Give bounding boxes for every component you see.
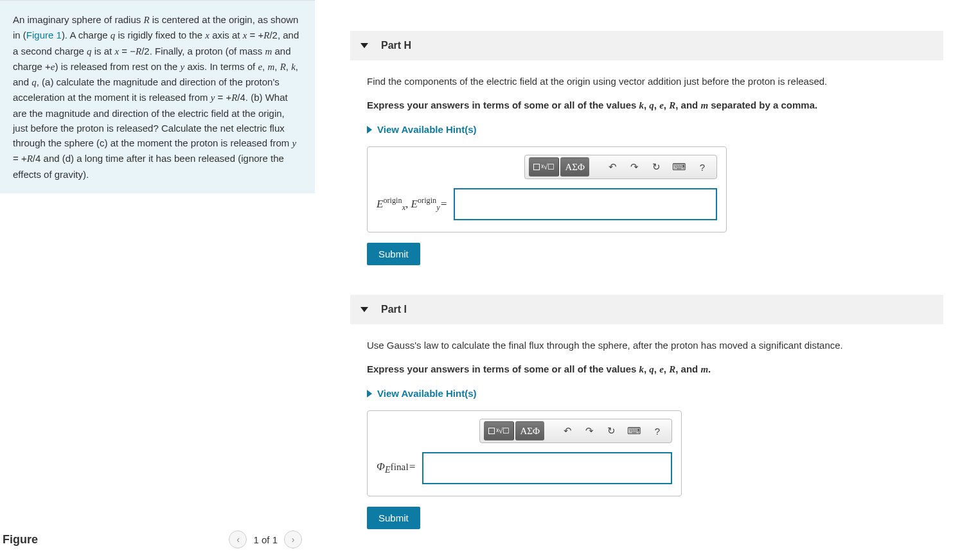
template-button[interactable]: ᵡ√☐ — [484, 421, 515, 441]
part-i-submit-button[interactable]: Submit — [367, 507, 420, 529]
part-i-answer-input[interactable] — [422, 452, 672, 484]
greek-button[interactable]: ΑΣΦ — [560, 157, 589, 177]
left-panel: An imaginary sphere of radius R is cente… — [0, 0, 315, 560]
part-i-hints-toggle[interactable]: View Available Hint(s) — [367, 388, 477, 399]
part-h-answer-input[interactable] — [454, 188, 717, 220]
hints-label: View Available Hint(s) — [377, 388, 477, 399]
reset-button[interactable]: ↻ — [601, 421, 621, 441]
part-h-prompt: Find the components of the electric fiel… — [367, 74, 927, 89]
redo-button[interactable]: ↷ — [624, 157, 645, 177]
equation-toolbar: ᵡ√☐ ΑΣΦ ↶ ↷ ↻ ⌨ ? — [524, 155, 717, 179]
undo-button[interactable]: ↶ — [602, 157, 623, 177]
redo-button[interactable]: ↷ — [579, 421, 600, 441]
part-h-header[interactable]: Part H — [350, 31, 943, 60]
part-i-prompt: Use Gauss's law to calculate the final f… — [367, 338, 927, 353]
part-i-body: Use Gauss's law to calculate the final f… — [350, 324, 943, 533]
part-h-answer-area: ᵡ√☐ ΑΣΦ ↶ ↷ ↻ ⌨ ? Eoriginx, Eoriginy= — [367, 146, 727, 232]
part-h-body: Find the components of the electric fiel… — [350, 60, 943, 269]
part-i-title: Part I — [381, 304, 407, 315]
right-panel: Part H Find the components of the electr… — [315, 0, 969, 560]
greek-button[interactable]: ΑΣΦ — [515, 421, 544, 441]
part-i-instruction: Express your answers in terms of some or… — [367, 362, 927, 377]
equation-toolbar: ᵡ√☐ ΑΣΦ ↶ ↷ ↻ ⌨ ? — [479, 419, 672, 443]
figure-prev-button[interactable]: ‹ — [229, 530, 247, 548]
help-button[interactable]: ? — [647, 421, 668, 441]
problem-statement: An imaginary sphere of radius R is cente… — [0, 1, 315, 193]
figure-page-label: 1 of 1 — [253, 534, 278, 545]
caret-down-icon — [360, 307, 368, 312]
part-i: Part I Use Gauss's law to calculate the … — [350, 295, 943, 533]
part-h-instruction: Express your answers in terms of some or… — [367, 98, 927, 113]
template-button[interactable]: ᵡ√☐ — [529, 157, 560, 177]
keyboard-button[interactable]: ⌨ — [623, 421, 646, 441]
figure-heading: Figure — [3, 533, 38, 547]
part-h-title: Part H — [381, 40, 411, 51]
figure-next-button[interactable]: › — [284, 530, 302, 548]
keyboard-button[interactable]: ⌨ — [668, 157, 691, 177]
caret-right-icon — [367, 390, 372, 398]
hints-label: View Available Hint(s) — [377, 124, 477, 135]
undo-button[interactable]: ↶ — [557, 421, 578, 441]
reset-button[interactable]: ↻ — [646, 157, 666, 177]
part-h-answer-label: Eoriginx, Eoriginy= — [377, 196, 454, 213]
part-i-header[interactable]: Part I — [350, 295, 943, 324]
figure-pager: ‹ 1 of 1 › — [229, 530, 302, 548]
part-i-answer-area: ᵡ√☐ ΑΣΦ ↶ ↷ ↻ ⌨ ? ΦEfinal= — [367, 410, 682, 496]
part-h: Part H Find the components of the electr… — [350, 31, 943, 269]
part-i-answer-label: ΦEfinal= — [377, 460, 422, 475]
part-h-submit-button[interactable]: Submit — [367, 243, 420, 265]
figure-bar: Figure ‹ 1 of 1 › — [0, 530, 315, 560]
caret-right-icon — [367, 126, 372, 134]
caret-down-icon — [360, 43, 368, 48]
part-h-hints-toggle[interactable]: View Available Hint(s) — [367, 124, 477, 135]
help-button[interactable]: ? — [692, 157, 713, 177]
